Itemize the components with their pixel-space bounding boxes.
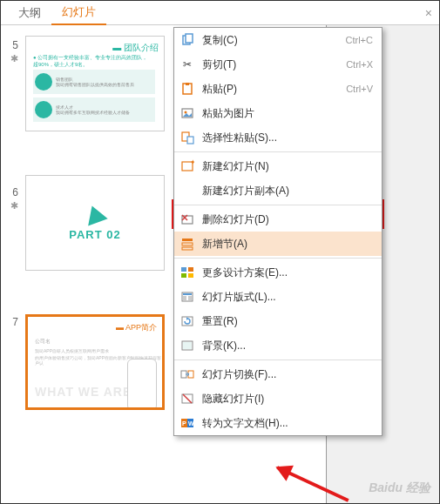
menu-hide-slide[interactable]: 隐藏幻灯片(I)	[174, 386, 382, 411]
circle-icon	[35, 101, 52, 118]
paste-special-icon	[179, 130, 195, 145]
svg-rect-1	[186, 34, 193, 43]
menu-background[interactable]: 背景(K)...	[174, 333, 382, 358]
slide-thumbnail-7[interactable]: ▬ APP简介 公司名 我司APP自研人员根据互联网用户需求 的用户体验销售技巧…	[25, 314, 165, 410]
menu-label: 背景(K)...	[202, 339, 373, 353]
svg-rect-26	[183, 342, 192, 349]
transition-star-icon: ✱	[1, 200, 22, 212]
svg-rect-3	[186, 83, 189, 85]
menu-separator	[174, 360, 382, 360]
shortcut: Ctrl+C	[346, 35, 373, 45]
menu-label: 剪切(T)	[202, 57, 346, 72]
reset-icon	[179, 313, 195, 329]
menu-delete-slide[interactable]: 删除幻灯片(D)	[174, 207, 382, 232]
close-icon[interactable]: ×	[425, 6, 432, 20]
menu-label: 删除幻灯片(D)	[202, 212, 373, 227]
svg-rect-14	[182, 243, 193, 245]
menu-copy[interactable]: 复制(C) Ctrl+C	[174, 28, 382, 52]
menu-layout[interactable]: 幻灯片版式(L)...	[174, 285, 382, 309]
svg-text:W: W	[188, 420, 194, 427]
slide-number: 7	[1, 316, 22, 328]
shortcut: Ctrl+V	[346, 84, 373, 94]
menu-new-section[interactable]: 新增节(A)	[174, 232, 382, 256]
menu-label: 隐藏幻灯片(I)	[202, 392, 373, 407]
shortcut: Ctrl+X	[346, 59, 373, 70]
slide-thumbnail-5[interactable]: ▬ 团队介绍 ● 公司拥有一支经验丰富、专业专注的高效团队， 超90%，硕士人才…	[25, 36, 165, 131]
svg-text:✦: ✦	[190, 159, 194, 166]
slide-subtitle: 公司名	[35, 338, 51, 346]
menu-paste-as-picture[interactable]: 粘贴为图片	[174, 101, 382, 125]
svg-rect-18	[181, 273, 186, 278]
transition-icon	[179, 366, 195, 382]
tab-slides[interactable]: 幻灯片	[51, 1, 106, 25]
slide-text: 我司APP自研人员根据互联网用户需求	[35, 348, 109, 353]
svg-text:P: P	[182, 420, 186, 427]
menu-label: 幻灯片版式(L)...	[202, 290, 373, 305]
slide-number: 5	[1, 39, 22, 51]
svg-rect-19	[188, 273, 193, 278]
menu-more-design[interactable]: 更多设计方案(E)...	[174, 260, 382, 285]
menu-new-slide[interactable]: ✦ 新建幻灯片(N)	[174, 154, 382, 178]
menu-label: 更多设计方案(E)...	[202, 265, 373, 280]
slide-numbers: 5 ✱ 6 ✱ 7	[1, 25, 22, 503]
circle-icon	[35, 73, 52, 91]
menu-cut[interactable]: ✂ 剪切(T) Ctrl+X	[174, 52, 382, 77]
blank-icon	[179, 183, 195, 198]
menu-reset[interactable]: 重置(R)	[174, 309, 382, 333]
menu-label: 重置(R)	[202, 314, 373, 329]
word-icon: PW	[179, 415, 195, 431]
slide-thumbnail-6[interactable]: PART 02	[25, 175, 165, 271]
menu-duplicate-slide[interactable]: 新建幻灯片副本(A)	[174, 178, 382, 203]
menu-paste-special[interactable]: 选择性粘贴(S)...	[174, 125, 382, 150]
menu-label: 粘贴(P)	[202, 82, 346, 97]
svg-rect-16	[181, 267, 186, 272]
svg-rect-23	[188, 296, 192, 300]
menu-label: 转为文字文档(H)...	[202, 416, 373, 431]
svg-rect-7	[187, 137, 193, 144]
tabs-bar: 大纲 幻灯片 ×	[1, 1, 439, 25]
svg-rect-15	[182, 247, 193, 250]
slide-big-text: WHAT WE ARE	[35, 385, 132, 399]
menu-label: 粘贴为图片	[202, 106, 373, 121]
svg-line-30	[183, 394, 192, 403]
copy-icon	[179, 32, 195, 48]
phone-mockup-icon	[127, 359, 157, 410]
svg-rect-22	[183, 296, 186, 300]
menu-label: 幻灯片切换(F)...	[202, 367, 373, 382]
section-icon	[179, 236, 195, 252]
tab-outline[interactable]: 大纲	[8, 2, 51, 24]
picture-icon	[179, 105, 195, 121]
menu-label: 复制(C)	[202, 33, 346, 48]
slide-number: 6	[1, 186, 22, 198]
transition-star-icon: ✱	[1, 53, 22, 64]
watermark: Baidu 经验	[369, 480, 430, 496]
hide-icon	[179, 391, 195, 407]
slide-content-box: 技术人才我司拥有多年互联网技术经验人才储备	[33, 97, 155, 122]
slide-title: ▬ APP简介	[116, 322, 157, 333]
new-slide-icon: ✦	[179, 158, 195, 174]
box-sub: 我司拥有多年互联网技术经验人才储备	[56, 110, 130, 115]
svg-rect-17	[188, 267, 193, 272]
menu-label: 新增节(A)	[202, 237, 373, 252]
menu-label: 选择性粘贴(S)...	[202, 131, 373, 145]
menu-separator	[174, 151, 382, 152]
background-icon	[179, 338, 195, 353]
menu-label: 新建幻灯片副本(A)	[202, 184, 373, 198]
menu-to-word[interactable]: PW 转为文字文档(H)...	[174, 411, 382, 435]
context-menu: 复制(C) Ctrl+C ✂ 剪切(T) Ctrl+X 粘贴(P) Ctrl+V…	[173, 27, 382, 436]
slide-content-box: 销售团队我司拥有销售团队以提供高效的售前售后	[33, 70, 155, 94]
part-label: PART 02	[69, 228, 121, 241]
paper-plane-icon	[82, 202, 107, 225]
layout-icon	[179, 289, 195, 305]
slide-text: 超90%，硕士人才9名。	[33, 61, 88, 69]
box-sub: 我司拥有销售团队以提供高效的售前售后	[56, 82, 134, 87]
menu-paste[interactable]: 粘贴(P) Ctrl+V	[174, 77, 382, 101]
scissors-icon: ✂	[179, 57, 195, 72]
clipboard-icon	[179, 81, 195, 97]
slide-title: ▬ 团队介绍	[112, 42, 159, 54]
menu-label: 新建幻灯片(N)	[202, 159, 373, 174]
menu-separator	[174, 258, 382, 259]
menu-separator	[174, 205, 382, 205]
menu-transition[interactable]: 幻灯片切换(F)...	[174, 362, 382, 386]
svg-rect-13	[182, 239, 193, 241]
